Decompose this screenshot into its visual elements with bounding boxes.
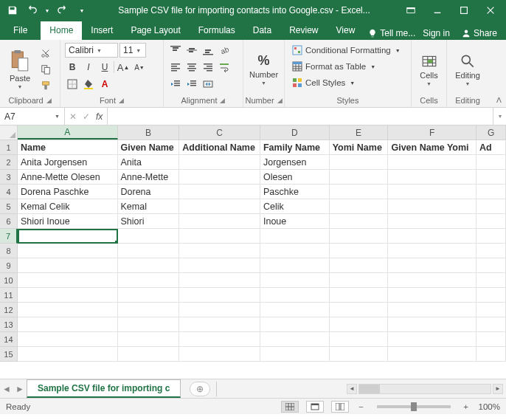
italic-button[interactable]: I [81,60,96,75]
sheet-nav-next[interactable]: ► [13,384,27,394]
cell[interactable] [179,229,260,244]
cancel-formula-icon[interactable]: ✕ [69,111,77,122]
row-header[interactable]: 1 [0,140,18,155]
cell-styles-button[interactable]: Cell Styles▼ [289,75,358,90]
cell[interactable] [330,347,389,362]
cell[interactable] [179,347,260,362]
align-middle-button[interactable] [184,43,199,58]
cell[interactable] [388,170,476,185]
zoom-slider[interactable] [377,405,451,408]
expand-formula-bar-icon[interactable]: ▾ [493,108,506,125]
cell[interactable]: Given Name [118,140,180,155]
column-header[interactable]: F [388,125,476,140]
cell[interactable] [330,258,389,273]
number-format-button[interactable]: % Number ▼ [248,45,280,94]
cell[interactable] [330,214,389,229]
decrease-font-button[interactable]: A▼ [132,60,147,75]
cell[interactable] [388,273,476,288]
cell[interactable] [118,273,180,288]
cell[interactable] [260,347,330,362]
qat-customize-icon[interactable]: ▼ [74,2,90,18]
cell[interactable] [476,288,506,303]
cell[interactable] [330,332,389,347]
align-top-button[interactable] [168,43,183,58]
cell[interactable] [388,288,476,303]
row-header[interactable]: 2 [0,155,18,170]
undo-button[interactable] [24,2,40,18]
cell[interactable] [18,229,118,244]
row-header[interactable]: 3 [0,170,18,185]
redo-button[interactable] [55,2,71,18]
cell[interactable] [330,199,389,214]
tab-review[interactable]: Review [280,21,327,40]
cell[interactable] [388,244,476,258]
column-header[interactable]: G [476,125,506,140]
cell[interactable] [179,258,260,273]
cell[interactable]: Given Name Yomi [388,140,476,155]
row-header[interactable]: 7 [0,229,18,244]
fx-icon[interactable]: fx [96,111,103,122]
font-name-select[interactable]: Calibri▼ [65,43,118,58]
cell[interactable]: Olesen [260,170,330,185]
row-header[interactable]: 13 [0,317,18,332]
cell[interactable] [118,303,180,317]
cell[interactable] [260,244,330,258]
paste-button[interactable]: Paste ▼ [4,45,35,94]
ribbon-options-icon[interactable] [398,2,423,18]
page-break-view-button[interactable] [331,401,349,413]
row-header[interactable]: 11 [0,288,18,303]
cell[interactable] [260,303,330,317]
dialog-launcher-icon[interactable]: ◢ [119,97,124,104]
cell[interactable] [18,317,118,332]
cell[interactable] [260,317,330,332]
cell[interactable]: Anita Jorgensen [18,155,118,170]
tab-view[interactable]: View [327,21,364,40]
cells-button[interactable]: Cells ▼ [416,45,442,94]
cell[interactable] [179,317,260,332]
cell[interactable] [388,214,476,229]
cell[interactable] [476,244,506,258]
cell[interactable] [476,214,506,229]
cell[interactable] [260,273,330,288]
cell[interactable] [260,288,330,303]
cell[interactable] [388,199,476,214]
cell[interactable] [388,155,476,170]
cell[interactable]: Paschke [260,185,330,199]
cell[interactable] [260,258,330,273]
cell[interactable] [118,244,180,258]
cell[interactable] [330,288,389,303]
column-header[interactable]: E [330,125,389,140]
wrap-text-button[interactable] [217,60,232,75]
cell[interactable]: Dorena Paschke [18,185,118,199]
cell[interactable] [179,244,260,258]
increase-font-button[interactable]: A▲ [116,60,131,75]
cell[interactable] [388,332,476,347]
tell-me[interactable]: Tell me... [380,28,415,38]
row-header[interactable]: 10 [0,273,18,288]
collapse-ribbon-icon[interactable]: ᐱ [496,96,502,104]
cell[interactable] [18,288,118,303]
row-header[interactable]: 8 [0,244,18,258]
cell[interactable] [118,317,180,332]
cell[interactable] [118,288,180,303]
tab-page-layout[interactable]: Page Layout [122,21,189,40]
font-size-select[interactable]: 11▼ [119,43,146,58]
row-header[interactable]: 4 [0,185,18,199]
dialog-launcher-icon[interactable]: ◢ [220,97,225,104]
cell[interactable] [18,332,118,347]
minimize-button[interactable] [425,2,450,18]
cell[interactable] [476,170,506,185]
maximize-button[interactable] [451,2,476,18]
share-button[interactable]: Share [457,27,502,40]
cell[interactable]: Shiori Inoue [18,214,118,229]
align-left-button[interactable] [168,60,183,75]
cell[interactable]: Dorena [118,185,180,199]
cell[interactable] [18,347,118,362]
column-header[interactable]: C [179,125,260,140]
scroll-track[interactable] [358,384,491,394]
increase-indent-button[interactable] [184,77,199,92]
align-bottom-button[interactable] [201,43,215,58]
border-button[interactable] [65,77,80,92]
cell[interactable] [330,273,389,288]
tab-home[interactable]: Home [41,21,82,40]
